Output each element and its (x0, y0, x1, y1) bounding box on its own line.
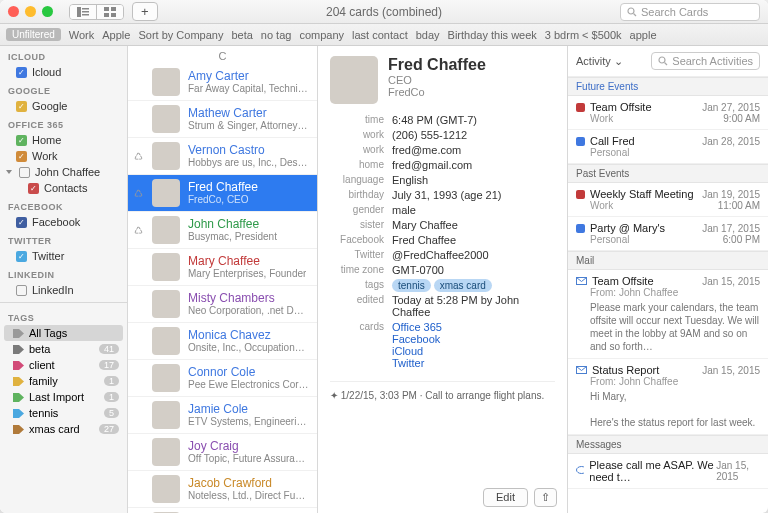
card-link[interactable]: iCloud (392, 345, 423, 357)
tag-chip[interactable]: xmas card (434, 279, 492, 292)
tag-row[interactable]: family1 (0, 373, 127, 389)
filter-unfiltered[interactable]: Unfiltered (6, 28, 61, 41)
detail-title: CEO (388, 74, 486, 86)
contact-subtitle: Busymac, President (188, 231, 277, 243)
tag-row[interactable]: tennis5 (0, 405, 127, 421)
sidebar-item[interactable]: ✓Work (0, 148, 127, 164)
sidebar-item[interactable]: ✓Home (0, 132, 127, 148)
share-button[interactable]: ⇧ (534, 488, 557, 507)
filter-notag[interactable]: no tag (261, 29, 292, 41)
detail-row-label: Facebook (330, 234, 392, 246)
filter-apple[interactable]: Apple (102, 29, 130, 41)
activity-item[interactable]: Call FredJan 28, 2015Personal (568, 130, 768, 164)
contacts-list[interactable]: C Amy CarterFar Away Capital, Technician… (128, 46, 318, 513)
contact-row[interactable]: Connor ColePee Ewe Electronics Corporati… (128, 360, 317, 397)
contact-row[interactable]: ♺John ChaffeeBusymac, President (128, 212, 317, 249)
card-link[interactable]: Facebook (392, 333, 440, 345)
checkbox-icon[interactable]: ✓ (16, 151, 27, 162)
sidebar-divider (0, 302, 127, 303)
contact-row[interactable]: Mary ChaffeeMary Enterprises, Founder (128, 249, 317, 286)
sidebar-item[interactable]: ✓Google (0, 98, 127, 114)
contact-row[interactable]: ♺Fred ChaffeeFredCo, CEO (128, 175, 317, 212)
filter-bar: Unfiltered Work Apple Sort by Company be… (0, 24, 768, 46)
sidebar-item[interactable]: ✓Facebook (0, 214, 127, 230)
activity-header[interactable]: Activity ⌄ (576, 55, 623, 68)
tag-count: 41 (99, 344, 119, 354)
checkbox-icon[interactable]: ✓ (16, 251, 27, 262)
sidebar-item[interactable]: John Chaffee (0, 164, 127, 180)
contact-subtitle: Noteless, Ltd., Direct Functiona… (188, 490, 309, 502)
filter-sort[interactable]: Sort by Company (138, 29, 223, 41)
card-link[interactable]: Twitter (392, 357, 424, 369)
contact-row[interactable]: Jacob CrawfordNoteless, Ltd., Direct Fun… (128, 471, 317, 508)
contact-row[interactable]: Mathew CarterStrum & Singer, Attorney at… (128, 101, 317, 138)
tag-row[interactable]: xmas card27 (0, 421, 127, 437)
card-link[interactable]: Office 365 (392, 321, 442, 333)
tag-label: Last Import (29, 391, 84, 403)
tag-chip[interactable]: tennis (392, 279, 431, 292)
checkbox-icon[interactable]: ✓ (16, 135, 27, 146)
sidebar-item[interactable]: ✓Twitter (0, 248, 127, 264)
contact-row[interactable]: Monica ChavezOnsite, Inc., Occupational … (128, 323, 317, 360)
checkbox-icon[interactable] (16, 285, 27, 296)
detail-row-value: (206) 555-1212 (392, 129, 555, 141)
contact-name: Jamie Cole (188, 402, 309, 416)
sidebar-item[interactable]: LinkedIn (0, 282, 127, 298)
filter-work[interactable]: Work (69, 29, 94, 41)
group-header: GOOGLE (0, 80, 127, 98)
filter-apple2[interactable]: apple (630, 29, 657, 41)
filter-beta[interactable]: beta (231, 29, 252, 41)
tag-row[interactable]: beta41 (0, 341, 127, 357)
edit-button[interactable]: Edit (483, 488, 528, 507)
activity-item[interactable]: Please call me ASAP. We need t…Jan 15, 2… (568, 454, 768, 489)
detail-company: FredCo (388, 86, 486, 98)
contact-name: Joy Craig (188, 439, 309, 453)
tag-row[interactable]: Last Import1 (0, 389, 127, 405)
search-activities[interactable]: Search Activities (651, 52, 760, 70)
detail-row-label: sister (330, 219, 392, 231)
tag-row[interactable]: All Tags (4, 325, 123, 341)
contact-row[interactable]: Misty ChambersNeo Corporation, .net Deve… (128, 286, 317, 323)
message-icon (576, 466, 584, 476)
checkbox-icon[interactable]: ✓ (16, 67, 27, 78)
sidebar-item[interactable]: ✓Contacts (0, 180, 127, 196)
tag-label: client (29, 359, 55, 371)
event-color-icon (576, 190, 585, 199)
tags-header: TAGS (0, 307, 127, 325)
contact-name: Misty Chambers (188, 291, 309, 305)
contact-subtitle: Pee Ewe Electronics Corporati… (188, 379, 309, 391)
checkbox-icon[interactable]: ✓ (16, 217, 27, 228)
filter-bdrm[interactable]: 3 bdrm < $500k (545, 29, 622, 41)
activity-title: Team Offsite (592, 275, 654, 287)
contact-row[interactable]: ♺Vernon CastroHobbys are us, Inc., Desig… (128, 138, 317, 175)
activity-item[interactable]: Party @ Mary'sJan 17, 2015Personal6:00 P… (568, 217, 768, 251)
window-title: 204 cards (combined) (0, 5, 768, 19)
contact-row[interactable]: Amy CarterFar Away Capital, Technician (128, 64, 317, 101)
sidebar-item-label: Google (32, 100, 67, 112)
activity-item[interactable]: Team OffsiteJan 27, 2015Work9:00 AM (568, 96, 768, 130)
checkbox-icon[interactable] (19, 167, 30, 178)
contact-avatar (152, 475, 180, 503)
checkbox-icon[interactable]: ✓ (16, 101, 27, 112)
alpha-header: C (128, 46, 317, 64)
contact-subtitle: Neo Corporation, .net Developer (188, 305, 309, 317)
activity-item[interactable]: Team OffsiteJan 15, 2015From: John Chaff… (568, 270, 768, 359)
contact-row[interactable]: Sebastian CrawfordSarbitage, Speech Path… (128, 508, 317, 513)
filter-company[interactable]: company (299, 29, 344, 41)
checkbox-icon[interactable]: ✓ (28, 183, 39, 194)
filter-bday[interactable]: bday (416, 29, 440, 41)
contact-name: Fred Chaffee (188, 180, 258, 194)
sidebar-item-label: Twitter (32, 250, 64, 262)
tag-row[interactable]: client17 (0, 357, 127, 373)
filter-lastcontact[interactable]: last contact (352, 29, 408, 41)
sidebar-item[interactable]: ✓Icloud (0, 64, 127, 80)
sidebar-item-label: Facebook (32, 216, 80, 228)
contact-row[interactable]: Jamie ColeETV Systems, Engineering Ma… (128, 397, 317, 434)
filter-bdayweek[interactable]: Birthday this week (448, 29, 537, 41)
activity-item[interactable]: Weekly Staff MeetingJan 19, 2015Work11:0… (568, 183, 768, 217)
contact-avatar (152, 401, 180, 429)
activity-item[interactable]: Status ReportJan 15, 2015From: John Chaf… (568, 359, 768, 435)
detail-row-label: time (330, 114, 392, 126)
contact-row[interactable]: Joy CraigOff Topic, Future Assurance Age… (128, 434, 317, 471)
activity-pane: Activity ⌄ Search Activities Future Even… (568, 46, 768, 513)
